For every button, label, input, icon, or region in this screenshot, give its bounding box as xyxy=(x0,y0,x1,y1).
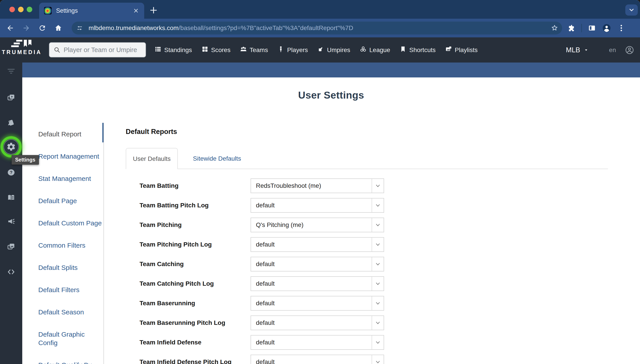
window-zoom-button[interactable] xyxy=(27,7,32,12)
nav-item-playlists[interactable]: Playlists xyxy=(445,46,478,54)
settings-menu-item-common-filters[interactable]: Common Filters xyxy=(38,241,103,250)
extensions-puzzle-icon[interactable] xyxy=(567,24,576,32)
nav-item-players[interactable]: Players xyxy=(277,46,308,54)
select-value: default xyxy=(251,355,372,364)
main-nav: StandingsScoresTeamsPlayersUmpiresLeague… xyxy=(154,38,478,62)
chevron-down-icon[interactable] xyxy=(372,198,384,212)
league-selector[interactable]: MLB xyxy=(566,46,588,54)
team-batting-select[interactable]: RedsTroubleshoot (me) xyxy=(250,178,384,193)
team-batting-pitch-log-select[interactable]: default xyxy=(250,198,384,213)
window-minimize-button[interactable] xyxy=(18,7,24,12)
form-row-team-catching-pitch-log: Team Catching Pitch Logdefault xyxy=(126,276,393,291)
reload-button[interactable] xyxy=(38,23,47,33)
select-value: default xyxy=(251,316,372,330)
help-icon[interactable]: ? xyxy=(0,168,22,178)
menu-separator xyxy=(104,123,104,364)
chevron-down-icon[interactable] xyxy=(372,277,384,290)
team-pitching-pitch-log-select[interactable]: default xyxy=(250,237,384,252)
nav-item-scores[interactable]: Scores xyxy=(202,46,230,54)
team-catching-pitch-log-select[interactable]: default xyxy=(250,276,384,291)
browser-toolbar: mlbdemo.trumedianetworks.com/baseball/se… xyxy=(0,19,640,38)
scores-icon xyxy=(202,46,208,54)
team-pitching-select[interactable]: Q's Pitching (me) xyxy=(250,218,384,232)
chevron-down-icon[interactable] xyxy=(372,238,384,252)
tab-close-icon[interactable] xyxy=(133,7,139,14)
chevron-down-icon[interactable] xyxy=(372,179,384,193)
search-input[interactable] xyxy=(64,46,142,54)
settings-menu-item-default-qualify-by[interactable]: Default Qualify By xyxy=(38,361,103,364)
new-tab-button[interactable] xyxy=(149,5,158,15)
content-row: Settings? User Settings Default ReportRe… xyxy=(0,62,640,364)
toolbar-divider xyxy=(581,24,582,32)
search-icon xyxy=(54,46,60,54)
form-row-team-pitching: Team PitchingQ's Pitching (me) xyxy=(126,218,393,232)
trumedia-logo-mark xyxy=(11,39,33,48)
settings-menu-item-report-management[interactable]: Report Management xyxy=(38,152,103,161)
team-catching-select[interactable]: default xyxy=(250,257,384,272)
settings-menu-item-stat-management[interactable]: Stat Management xyxy=(38,174,103,183)
form-row-team-baserunning: Team Baserunningdefault xyxy=(126,296,393,310)
announcements-megaphone-icon[interactable] xyxy=(0,217,22,226)
side-panel-icon[interactable] xyxy=(588,24,596,32)
settings-menu-item-default-season[interactable]: Default Season xyxy=(38,308,103,316)
glossary-book-icon[interactable] xyxy=(0,193,22,203)
back-button[interactable] xyxy=(5,23,15,33)
address-bar[interactable]: mlbdemo.trumedianetworks.com/baseball/se… xyxy=(72,22,562,34)
chevron-down-icon[interactable] xyxy=(372,355,384,364)
nav-item-standings[interactable]: Standings xyxy=(154,46,192,54)
language-selector[interactable]: en xyxy=(609,46,616,54)
chevron-down-icon[interactable] xyxy=(372,296,384,310)
site-settings-icon[interactable] xyxy=(75,23,84,33)
trumedia-logo[interactable]: TRUMEDIA xyxy=(2,39,42,56)
browser-menu-kebab-icon[interactable] xyxy=(617,24,626,32)
team-baserunning-pitch-log-select[interactable]: default xyxy=(250,316,384,330)
profile-avatar[interactable] xyxy=(602,23,611,33)
filter-lines-icon[interactable] xyxy=(0,67,22,76)
nav-item-league[interactable]: League xyxy=(360,46,390,54)
team-infield-defense-select[interactable]: default xyxy=(250,335,384,350)
chevron-down-icon[interactable] xyxy=(372,336,384,349)
chevron-down-icon[interactable] xyxy=(372,218,384,232)
settings-menu-item-default-splits[interactable]: Default Splits xyxy=(38,264,103,272)
tab-favicon-heatmap-icon xyxy=(44,7,52,14)
tab-sitewide-defaults[interactable]: Sitewide Defaults xyxy=(181,148,252,169)
main-content: User Settings Default ReportReport Manag… xyxy=(22,62,640,364)
select-value: default xyxy=(251,198,372,212)
shortcuts-icon xyxy=(400,46,406,54)
playlists-icon xyxy=(445,46,452,54)
team-infield-defense-pitch-log-select[interactable]: default xyxy=(250,355,384,364)
home-button[interactable] xyxy=(54,23,63,33)
video-playlist-icon[interactable] xyxy=(0,93,22,102)
nav-item-label: Umpires xyxy=(327,46,350,54)
field-label: Team Baserunning Pitch Log xyxy=(140,316,225,330)
select-value: default xyxy=(251,238,372,252)
form-row-team-batting: Team BattingRedsTroubleshoot (me) xyxy=(126,178,393,193)
cards-icon[interactable] xyxy=(0,118,22,128)
forward-button[interactable] xyxy=(21,23,31,33)
window-close-button[interactable] xyxy=(9,7,15,12)
settings-menu: Default ReportReport ManagementStat Mana… xyxy=(38,130,103,364)
chevron-down-icon[interactable] xyxy=(372,257,384,271)
chevron-down-icon[interactable] xyxy=(372,316,384,330)
media-gallery-icon[interactable] xyxy=(0,242,22,252)
settings-menu-item-default-graphic-config[interactable]: Default Graphic Config xyxy=(38,330,103,347)
browser-tab-settings[interactable]: Settings xyxy=(39,3,144,19)
nav-item-teams[interactable]: Teams xyxy=(240,46,268,54)
account-person-circle-icon[interactable] xyxy=(625,46,634,55)
settings-menu-item-default-report[interactable]: Default Report xyxy=(38,130,103,138)
settings-gear-icon[interactable] xyxy=(6,142,16,152)
api-code-icon[interactable] xyxy=(0,268,22,277)
tab-user-defaults[interactable]: User Defaults xyxy=(126,148,178,169)
select-value: default xyxy=(251,257,372,271)
settings-menu-item-default-filters[interactable]: Default Filters xyxy=(38,286,103,294)
team-baserunning-select[interactable]: default xyxy=(250,296,384,310)
settings-menu-item-default-custom-page[interactable]: Default Custom Page xyxy=(38,219,103,228)
global-search[interactable] xyxy=(49,42,146,58)
bookmark-star-icon[interactable] xyxy=(550,24,558,32)
url-text: mlbdemo.trumedianetworks.com/baseball/se… xyxy=(88,24,353,32)
nav-item-umpires[interactable]: Umpires xyxy=(317,46,350,54)
tab-search-button[interactable] xyxy=(625,4,638,16)
settings-menu-item-default-page[interactable]: Default Page xyxy=(38,197,103,205)
teams-icon xyxy=(240,46,247,54)
nav-item-shortcuts[interactable]: Shortcuts xyxy=(400,46,436,54)
